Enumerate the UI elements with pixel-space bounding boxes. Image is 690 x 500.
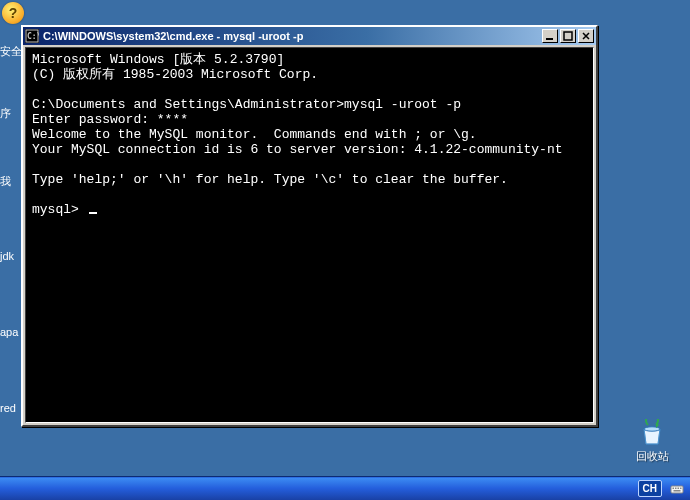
svg-rect-7: [671, 486, 683, 493]
terminal-line: C:\Documents and Settings\Administrator>…: [32, 97, 461, 112]
terminal-line: Type 'help;' or '\h' for help. Type '\c'…: [32, 172, 508, 187]
language-indicator[interactable]: CH: [638, 480, 662, 497]
svg-rect-3: [546, 38, 553, 40]
maximize-button[interactable]: [560, 29, 576, 43]
svg-rect-9: [675, 487, 677, 489]
svg-rect-12: [674, 490, 681, 492]
close-button[interactable]: [578, 29, 594, 43]
desktop: ? 安全 序 我 jdk apa red C:\ C:\WINDOWS\syst…: [0, 0, 690, 500]
recycle-bin[interactable]: 回收站: [632, 419, 672, 464]
svg-point-5: [644, 427, 660, 431]
terminal-line: Microsoft Windows [版本 5.2.3790]: [32, 52, 284, 67]
help-shortcut-icon[interactable]: ?: [2, 2, 24, 24]
svg-rect-4: [564, 32, 572, 40]
terminal-line: Welcome to the MySQL monitor. Commands e…: [32, 127, 477, 142]
svg-rect-10: [678, 487, 680, 489]
svg-rect-8: [673, 487, 675, 489]
terminal-line: (C) 版权所有 1985-2003 Microsoft Corp.: [32, 67, 318, 82]
terminal-line: Enter password: ****: [32, 112, 188, 127]
window-title: C:\WINDOWS\system32\cmd.exe - mysql -uro…: [43, 30, 542, 42]
svg-text:C:\: C:\: [27, 32, 39, 41]
taskbar[interactable]: CH: [0, 476, 690, 500]
cmd-system-icon: C:\: [25, 29, 39, 43]
window-controls: [542, 29, 594, 43]
mysql-prompt: mysql>: [32, 202, 87, 217]
cmd-window: C:\ C:\WINDOWS\system32\cmd.exe - mysql …: [21, 25, 598, 427]
text-cursor: [89, 212, 97, 214]
terminal-output[interactable]: Microsoft Windows [版本 5.2.3790] (C) 版权所有…: [25, 47, 594, 423]
recycle-bin-icon: [638, 419, 666, 447]
minimize-button[interactable]: [542, 29, 558, 43]
terminal-line: Your MySQL connection id is 6 to server …: [32, 142, 563, 157]
titlebar[interactable]: C:\ C:\WINDOWS\system32\cmd.exe - mysql …: [23, 27, 596, 45]
recycle-bin-label: 回收站: [632, 449, 672, 464]
tray-keyboard-icon[interactable]: [670, 482, 684, 496]
svg-rect-11: [680, 487, 682, 489]
